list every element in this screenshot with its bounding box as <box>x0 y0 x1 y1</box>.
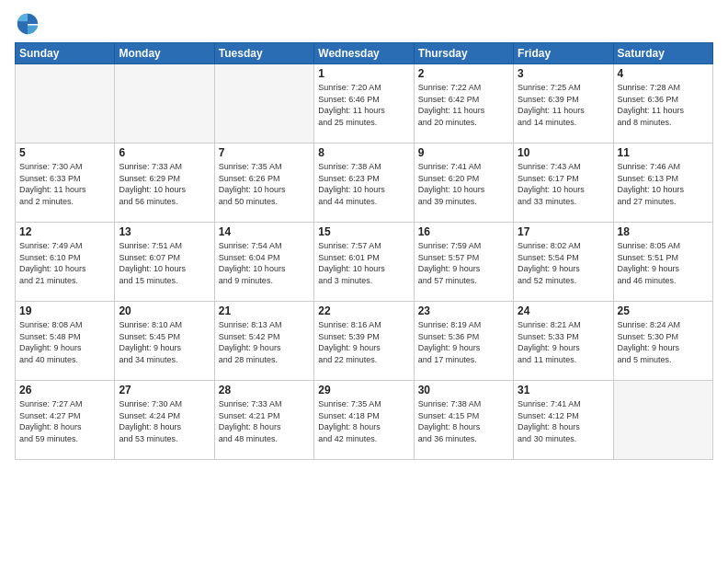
day-number: 29 <box>318 384 409 396</box>
day-number: 8 <box>318 146 409 159</box>
day-info: Sunrise: 7:46 AM Sunset: 6:13 PM Dayligh… <box>618 161 709 207</box>
day-cell-31: 31Sunrise: 7:41 AM Sunset: 4:12 PM Dayli… <box>514 381 613 460</box>
day-cell-25: 25Sunrise: 8:24 AM Sunset: 5:30 PM Dayli… <box>613 302 712 381</box>
day-number: 20 <box>119 304 210 317</box>
day-number: 16 <box>418 225 509 238</box>
day-number: 17 <box>518 225 609 238</box>
day-number: 27 <box>119 384 210 396</box>
page: SundayMondayTuesdayWednesdayThursdayFrid… <box>0 0 728 563</box>
day-info: Sunrise: 8:16 AM Sunset: 5:39 PM Dayligh… <box>318 319 409 365</box>
day-cell-11: 11Sunrise: 7:46 AM Sunset: 6:13 PM Dayli… <box>613 144 712 223</box>
day-number: 21 <box>219 304 310 317</box>
day-info: Sunrise: 8:02 AM Sunset: 5:54 PM Dayligh… <box>518 240 609 286</box>
day-info: Sunrise: 7:25 AM Sunset: 6:39 PM Dayligh… <box>518 82 609 128</box>
day-cell-12: 12Sunrise: 7:49 AM Sunset: 6:10 PM Dayli… <box>16 223 115 302</box>
day-cell-27: 27Sunrise: 7:30 AM Sunset: 4:24 PM Dayli… <box>115 381 214 460</box>
day-cell-18: 18Sunrise: 8:05 AM Sunset: 5:51 PM Dayli… <box>613 223 712 302</box>
day-cell-7: 7Sunrise: 7:35 AM Sunset: 6:26 PM Daylig… <box>214 144 313 223</box>
day-number: 19 <box>19 304 110 317</box>
day-number: 9 <box>418 146 509 159</box>
day-cell-30: 30Sunrise: 7:38 AM Sunset: 4:15 PM Dayli… <box>414 381 513 460</box>
weekday-header-row: SundayMondayTuesdayWednesdayThursdayFrid… <box>16 43 713 64</box>
day-info: Sunrise: 8:19 AM Sunset: 5:36 PM Dayligh… <box>418 319 509 365</box>
day-cell-6: 6Sunrise: 7:33 AM Sunset: 6:29 PM Daylig… <box>115 144 214 223</box>
day-info: Sunrise: 7:33 AM Sunset: 6:29 PM Dayligh… <box>119 161 210 207</box>
day-info: Sunrise: 7:49 AM Sunset: 6:10 PM Dayligh… <box>19 240 110 286</box>
day-cell-9: 9Sunrise: 7:41 AM Sunset: 6:20 PM Daylig… <box>414 144 513 223</box>
day-number: 22 <box>318 304 409 317</box>
day-number: 25 <box>618 304 709 317</box>
day-number: 13 <box>119 225 210 238</box>
day-cell-24: 24Sunrise: 8:21 AM Sunset: 5:33 PM Dayli… <box>514 302 613 381</box>
day-cell-5: 5Sunrise: 7:30 AM Sunset: 6:33 PM Daylig… <box>16 144 115 223</box>
day-number: 10 <box>518 146 609 159</box>
day-info: Sunrise: 7:59 AM Sunset: 5:57 PM Dayligh… <box>418 240 509 286</box>
logo <box>15 11 44 37</box>
weekday-header-thursday: Thursday <box>414 43 513 64</box>
day-cell-22: 22Sunrise: 8:16 AM Sunset: 5:39 PM Dayli… <box>314 302 414 381</box>
day-number: 6 <box>119 146 210 159</box>
day-cell-16: 16Sunrise: 7:59 AM Sunset: 5:57 PM Dayli… <box>414 223 513 302</box>
day-cell-10: 10Sunrise: 7:43 AM Sunset: 6:17 PM Dayli… <box>514 144 613 223</box>
week-row-5: 26Sunrise: 7:27 AM Sunset: 4:27 PM Dayli… <box>16 381 713 460</box>
day-info: Sunrise: 7:35 AM Sunset: 6:26 PM Dayligh… <box>219 161 310 207</box>
day-info: Sunrise: 7:27 AM Sunset: 4:27 PM Dayligh… <box>19 398 110 444</box>
empty-cell <box>115 64 214 144</box>
day-info: Sunrise: 7:30 AM Sunset: 6:33 PM Dayligh… <box>19 161 110 207</box>
day-number: 12 <box>19 225 110 238</box>
day-number: 24 <box>518 304 609 317</box>
day-number: 28 <box>219 384 310 396</box>
calendar: SundayMondayTuesdayWednesdayThursdayFrid… <box>15 42 713 460</box>
day-cell-17: 17Sunrise: 8:02 AM Sunset: 5:54 PM Dayli… <box>514 223 613 302</box>
day-number: 18 <box>618 225 709 238</box>
day-info: Sunrise: 7:43 AM Sunset: 6:17 PM Dayligh… <box>518 161 609 207</box>
day-number: 11 <box>618 146 709 159</box>
day-info: Sunrise: 7:54 AM Sunset: 6:04 PM Dayligh… <box>219 240 310 286</box>
header <box>15 11 713 37</box>
day-info: Sunrise: 8:05 AM Sunset: 5:51 PM Dayligh… <box>618 240 709 286</box>
day-info: Sunrise: 7:38 AM Sunset: 4:15 PM Dayligh… <box>418 398 509 444</box>
day-info: Sunrise: 7:41 AM Sunset: 4:12 PM Dayligh… <box>518 398 609 444</box>
week-row-3: 12Sunrise: 7:49 AM Sunset: 6:10 PM Dayli… <box>16 223 713 302</box>
weekday-header-wednesday: Wednesday <box>314 43 414 64</box>
day-info: Sunrise: 7:35 AM Sunset: 4:18 PM Dayligh… <box>318 398 409 444</box>
day-info: Sunrise: 7:30 AM Sunset: 4:24 PM Dayligh… <box>119 398 210 444</box>
day-info: Sunrise: 8:24 AM Sunset: 5:30 PM Dayligh… <box>618 319 709 365</box>
day-cell-19: 19Sunrise: 8:08 AM Sunset: 5:48 PM Dayli… <box>16 302 115 381</box>
day-cell-15: 15Sunrise: 7:57 AM Sunset: 6:01 PM Dayli… <box>314 223 414 302</box>
day-number: 7 <box>219 146 310 159</box>
weekday-header-monday: Monday <box>115 43 214 64</box>
weekday-header-saturday: Saturday <box>613 43 712 64</box>
day-info: Sunrise: 7:41 AM Sunset: 6:20 PM Dayligh… <box>418 161 509 207</box>
logo-icon <box>15 11 40 37</box>
day-number: 15 <box>318 225 409 238</box>
day-info: Sunrise: 7:57 AM Sunset: 6:01 PM Dayligh… <box>318 240 409 286</box>
day-cell-26: 26Sunrise: 7:27 AM Sunset: 4:27 PM Dayli… <box>16 381 115 460</box>
day-number: 1 <box>318 67 409 80</box>
day-cell-8: 8Sunrise: 7:38 AM Sunset: 6:23 PM Daylig… <box>314 144 414 223</box>
day-cell-28: 28Sunrise: 7:33 AM Sunset: 4:21 PM Dayli… <box>214 381 313 460</box>
day-number: 5 <box>19 146 110 159</box>
day-cell-1: 1Sunrise: 7:20 AM Sunset: 6:46 PM Daylig… <box>314 64 414 144</box>
day-number: 23 <box>418 304 509 317</box>
empty-cell <box>16 64 115 144</box>
day-cell-20: 20Sunrise: 8:10 AM Sunset: 5:45 PM Dayli… <box>115 302 214 381</box>
day-info: Sunrise: 8:08 AM Sunset: 5:48 PM Dayligh… <box>19 319 110 365</box>
week-row-1: 1Sunrise: 7:20 AM Sunset: 6:46 PM Daylig… <box>16 64 713 144</box>
day-cell-2: 2Sunrise: 7:22 AM Sunset: 6:42 PM Daylig… <box>414 64 513 144</box>
day-cell-3: 3Sunrise: 7:25 AM Sunset: 6:39 PM Daylig… <box>514 64 613 144</box>
day-number: 4 <box>618 67 709 80</box>
day-info: Sunrise: 7:33 AM Sunset: 4:21 PM Dayligh… <box>219 398 310 444</box>
day-number: 31 <box>518 384 609 396</box>
day-cell-14: 14Sunrise: 7:54 AM Sunset: 6:04 PM Dayli… <box>214 223 313 302</box>
day-cell-21: 21Sunrise: 8:13 AM Sunset: 5:42 PM Dayli… <box>214 302 313 381</box>
weekday-header-tuesday: Tuesday <box>214 43 313 64</box>
day-cell-13: 13Sunrise: 7:51 AM Sunset: 6:07 PM Dayli… <box>115 223 214 302</box>
day-number: 30 <box>418 384 509 396</box>
day-number: 3 <box>518 67 609 80</box>
week-row-4: 19Sunrise: 8:08 AM Sunset: 5:48 PM Dayli… <box>16 302 713 381</box>
day-info: Sunrise: 7:38 AM Sunset: 6:23 PM Dayligh… <box>318 161 409 207</box>
day-info: Sunrise: 7:28 AM Sunset: 6:36 PM Dayligh… <box>618 82 709 128</box>
day-info: Sunrise: 8:13 AM Sunset: 5:42 PM Dayligh… <box>219 319 310 365</box>
day-info: Sunrise: 7:51 AM Sunset: 6:07 PM Dayligh… <box>119 240 210 286</box>
